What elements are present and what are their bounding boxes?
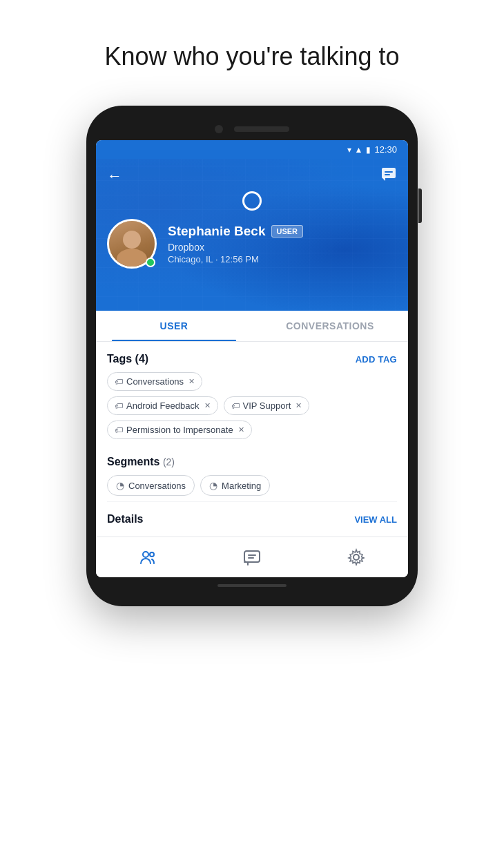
tag-remove-conversations[interactable]: ✕ [188,377,195,386]
user-name: Stephanie Beck [168,224,266,239]
home-indicator [217,584,287,587]
svg-point-6 [353,554,359,560]
battery-icon: ▮ [366,145,371,155]
tags-section-header: Tags (4) ADD TAG [107,342,397,372]
tag-icon: 🏷 [115,425,123,435]
tags-title: Tags (4) [107,353,148,365]
tag-icon: 🏷 [115,377,123,387]
messages-nav-icon [243,548,261,566]
user-role-badge: USER [271,225,304,238]
location-circle [242,191,262,211]
tag-chip-permission[interactable]: 🏷 Permission to Impersonate ✕ [107,421,252,439]
svg-rect-2 [385,174,390,175]
tag-remove-permission[interactable]: ✕ [238,425,244,434]
segment-pie-icon-2: ◔ [209,480,217,491]
tag-chip-vip[interactable]: 🏷 VIP Support ✕ [224,396,310,415]
segment-pie-icon: ◔ [116,480,124,491]
location-pin [107,191,397,211]
svg-point-4 [150,552,154,557]
svg-point-3 [143,552,148,557]
tabs-bar: USER CONVERSATIONS [96,311,408,342]
tag-remove-vip[interactable]: ✕ [295,401,302,410]
phone-bottom-bezel [96,584,408,587]
app-header: ← [96,159,408,311]
tag-icon: 🏷 [115,401,123,411]
tag-label: Conversations [126,376,184,387]
segments-count: (2) [163,456,175,467]
svg-rect-5 [244,551,260,562]
chat-button[interactable] [380,166,397,186]
status-icons: ▾ ▲ ▮ 12:30 [347,144,397,155]
phone-screen: ▾ ▲ ▮ 12:30 ← [96,140,408,577]
tab-conversations[interactable]: CONVERSATIONS [252,311,408,341]
bottom-nav [96,537,408,577]
user-name-row: Stephanie Beck USER [168,224,397,239]
tag-icon: 🏷 [231,401,240,411]
users-nav-icon [139,548,157,566]
nav-item-settings[interactable] [333,545,379,569]
details-title: Details [107,513,143,525]
segment-label: Conversations [128,481,186,491]
segment-chip-conversations[interactable]: ◔ Conversations [107,475,195,496]
phone-mockup: ▾ ▲ ▮ 12:30 ← [86,106,418,699]
user-company: Dropbox [168,242,397,253]
user-location: Chicago, IL · 12:56 PM [168,254,397,264]
tab-user[interactable]: USER [96,311,252,341]
tags-container-row2: 🏷 Android Feedback ✕ 🏷 VIP Support ✕ [107,396,397,415]
tag-remove-android[interactable]: ✕ [204,401,211,410]
header-nav: ← [107,166,397,186]
chat-icon [380,166,397,182]
avatar-container [107,219,157,269]
tags-container-row3: 🏷 Permission to Impersonate ✕ [107,421,397,439]
user-info-row: Stephanie Beck USER Dropbox Chicago, IL … [107,219,397,269]
svg-rect-0 [382,168,396,178]
segment-chip-marketing[interactable]: ◔ Marketing [200,475,270,496]
front-camera [215,125,223,133]
svg-rect-1 [385,171,393,173]
tag-label: Android Feedback [126,400,200,411]
segments-container: ◔ Conversations ◔ Marketing [107,475,397,496]
tag-label: Permission to Impersonate [126,425,233,435]
segment-label: Marketing [222,481,261,491]
speaker [234,126,289,132]
segments-title: Segments (2) [107,456,175,468]
user-details: Stephanie Beck USER Dropbox Chicago, IL … [168,224,397,264]
tag-chip-conversations[interactable]: 🏷 Conversations ✕ [107,372,202,391]
segments-section-header: Segments (2) [107,445,397,475]
view-all-button[interactable]: VIEW ALL [354,514,397,525]
side-button [418,189,422,223]
settings-nav-icon [347,548,365,566]
status-bar: ▾ ▲ ▮ 12:30 [96,140,408,159]
add-tag-button[interactable]: ADD TAG [356,354,397,365]
back-button[interactable]: ← [107,167,122,185]
phone-shell: ▾ ▲ ▮ 12:30 ← [86,106,418,606]
phone-top-bezel [96,125,408,133]
page-headline: Know who you're talking to [104,41,399,71]
nav-item-users[interactable] [125,545,171,569]
wifi-icon: ▾ [347,145,351,155]
details-section-header: Details VIEW ALL [107,501,397,525]
tag-label: VIP Support [243,400,291,411]
tag-chip-android[interactable]: 🏷 Android Feedback ✕ [107,396,218,415]
status-time: 12:30 [374,144,397,155]
content-area: Tags (4) ADD TAG 🏷 Conversations ✕ 🏷 [96,342,408,537]
tags-container: 🏷 Conversations ✕ [107,372,397,391]
nav-item-messages[interactable] [229,545,275,569]
signal-icon: ▲ [355,145,363,155]
